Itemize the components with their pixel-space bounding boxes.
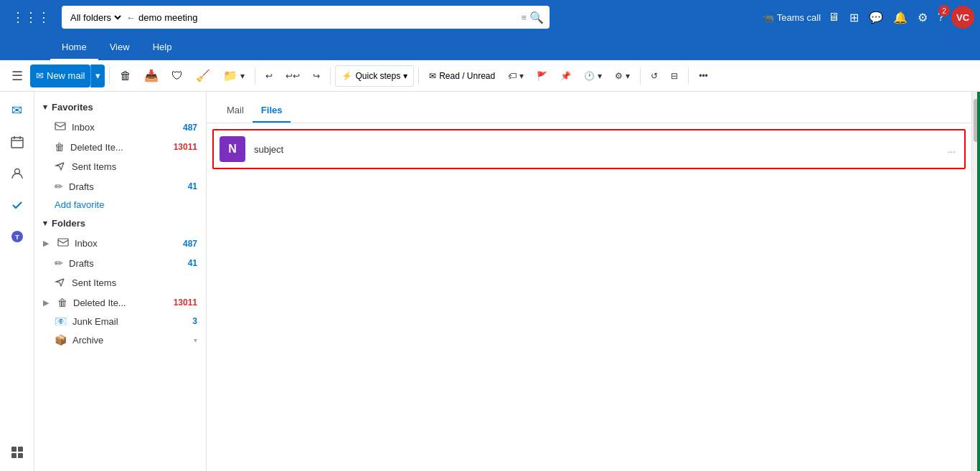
avatar[interactable]: VC <box>951 6 974 29</box>
folder-select[interactable]: All folders <box>67 11 123 24</box>
toolbar: ☰ ✉ New mail ▾ 🗑 📥 🛡 🧹 📁▾ ↩ ↩↩ ↪ ⚡ Quick… <box>0 60 980 92</box>
undo-icon: ↺ <box>651 71 658 81</box>
present-icon[interactable]: 🖥 <box>825 8 842 27</box>
folders-archive[interactable]: 📦 Archive ▾ <box>34 330 206 349</box>
green-bar <box>977 92 980 471</box>
folders-drafts[interactable]: ✏ Drafts 41 <box>34 254 206 272</box>
favorites-drafts[interactable]: ✏ Drafts 41 <box>34 177 206 196</box>
favorites-deleted[interactable]: 🗑 Deleted Ite... 13011 <box>34 138 206 156</box>
quick-steps-button[interactable]: ⚡ Quick steps ▾ <box>335 65 414 87</box>
bell-icon[interactable]: 🔔 <box>890 8 910 27</box>
sidebar-icon-teams[interactable]: T <box>4 224 30 249</box>
search-icon[interactable]: 🔍 <box>529 11 544 24</box>
file-item[interactable]: N subject ... <box>212 129 966 169</box>
toolbar-separator-5 <box>640 67 641 85</box>
folders-section-header[interactable]: ▾ Folders <box>34 214 206 233</box>
add-favorite-link[interactable]: Add favorite <box>34 196 206 214</box>
tab-mail[interactable]: Mail <box>218 105 253 123</box>
new-mail-button[interactable]: ✉ New mail <box>30 65 90 87</box>
sweep-button[interactable]: 🧹 <box>190 65 216 87</box>
reply-all-button[interactable]: ↩↩ <box>280 65 306 87</box>
folders-drafts-label: Drafts <box>69 258 182 269</box>
tab-files[interactable]: Files <box>253 105 291 123</box>
snooze-button[interactable]: 🕐▾ <box>578 65 608 87</box>
sidebar-icon-people[interactable] <box>4 161 30 186</box>
folders-sent[interactable]: Sent Items <box>34 272 206 293</box>
archive-button[interactable]: 📥 <box>138 65 164 87</box>
svg-rect-8 <box>18 447 23 452</box>
more-options-button[interactable]: ••• <box>693 65 714 87</box>
svg-rect-9 <box>11 453 17 458</box>
app-grid-icon[interactable]: ⋮⋮⋮ <box>6 6 56 28</box>
read-unread-button[interactable]: ✉ Read / Unread <box>423 65 501 87</box>
sidebar-icon-calendar[interactable] <box>4 129 30 155</box>
new-mail-dropdown[interactable]: ▾ <box>90 65 105 87</box>
envelope-icon: ✉ <box>429 71 436 81</box>
teams-call-button[interactable]: 📹 Teams call <box>763 12 821 23</box>
favorites-deleted-count: 13011 <box>174 142 197 152</box>
move-button[interactable]: 📁▾ <box>217 65 250 87</box>
toolbar-separator-1 <box>109 67 110 85</box>
toolbar-separator-6 <box>688 67 689 85</box>
tab-home[interactable]: Home <box>50 34 98 60</box>
file-more-icon[interactable]: ... <box>945 141 958 158</box>
inbox-icon <box>55 120 66 134</box>
settings-icon[interactable]: ⚙ <box>915 8 930 27</box>
notif-wrapper: ? 2 <box>935 8 947 27</box>
favorites-section-header[interactable]: ▾ Favorites <box>34 97 206 117</box>
reply-all-icon: ↩↩ <box>286 71 300 81</box>
folders-junk[interactable]: 📧 Junk Email 3 <box>34 312 206 330</box>
flag-button[interactable]: 🚩 <box>531 65 553 87</box>
folders-archive-icon: 📦 <box>55 334 67 346</box>
tag-icon: 🏷 <box>508 71 517 81</box>
junk-button[interactable]: 🛡 <box>166 65 189 87</box>
svg-rect-10 <box>18 453 23 458</box>
svg-rect-0 <box>11 138 23 148</box>
svg-rect-7 <box>11 447 17 452</box>
right-scrollbar[interactable] <box>971 92 980 471</box>
sidebar-icon-apps[interactable] <box>4 439 30 465</box>
hamburger-button[interactable]: ☰ <box>6 65 29 87</box>
immersive-reader-button[interactable]: ⊟ <box>665 65 684 87</box>
sidebar-icon-mail[interactable]: ✉ <box>4 97 30 123</box>
tab-help[interactable]: Help <box>141 34 184 60</box>
favorites-sent[interactable]: Sent Items <box>34 156 206 177</box>
search-input[interactable] <box>138 12 518 23</box>
toolbar-separator-4 <box>418 67 419 85</box>
folders-drafts-count: 41 <box>188 258 197 268</box>
svg-rect-11 <box>55 123 65 130</box>
junk-icon: 🛡 <box>171 70 183 82</box>
folders-deleted[interactable]: ▶ 🗑 Deleted Ite... 13011 <box>34 293 206 312</box>
folders-deleted-expand-icon: ▶ <box>43 298 49 308</box>
grid-view-icon[interactable]: ⊞ <box>847 8 862 27</box>
reply-icon: ↩ <box>265 71 273 81</box>
nav-tabs: Home View Help <box>0 34 980 60</box>
clear-search-icon[interactable]: ≡ <box>521 12 527 23</box>
quick-steps-chevron: ▾ <box>403 71 407 81</box>
svg-text:T: T <box>15 234 19 241</box>
svg-rect-12 <box>58 239 68 246</box>
sidebar-icon-tasks[interactable] <box>4 192 30 218</box>
delete-button[interactable]: 🗑 <box>114 65 137 87</box>
quick-steps-icon: ⚡ <box>341 71 352 81</box>
folders-deleted-icon: 🗑 <box>57 297 67 308</box>
tab-view[interactable]: View <box>98 34 141 60</box>
forward-button[interactable]: ↪ <box>307 65 326 87</box>
favorites-drafts-count: 41 <box>188 181 197 191</box>
teams-call-label: Teams call <box>777 12 821 23</box>
folders-archive-scroll-down: ▾ <box>194 336 197 344</box>
reply-button[interactable]: ↩ <box>260 65 278 87</box>
folders-junk-label: Junk Email <box>72 316 187 327</box>
folder-panel: ▾ Favorites Inbox 487 🗑 Deleted Ite... 1… <box>34 92 207 471</box>
new-mail-wrapper: ✉ New mail ▾ <box>30 65 105 87</box>
chat-icon[interactable]: 💬 <box>866 8 886 27</box>
top-right-actions: 📹 Teams call 🖥 ⊞ 💬 🔔 ⚙ ? 2 VC <box>763 6 974 29</box>
undo-button[interactable]: ↺ <box>645 65 664 87</box>
pin-button[interactable]: 📌 <box>555 65 577 87</box>
back-arrow-icon[interactable]: ← <box>126 12 136 23</box>
favorites-inbox[interactable]: Inbox 487 <box>34 117 206 138</box>
categorize-button[interactable]: 🏷▾ <box>502 65 529 87</box>
folders-inbox[interactable]: ▶ Inbox 487 <box>34 233 206 254</box>
flag-icon: 🚩 <box>537 71 547 81</box>
rules-button[interactable]: ⚙▾ <box>609 65 636 87</box>
